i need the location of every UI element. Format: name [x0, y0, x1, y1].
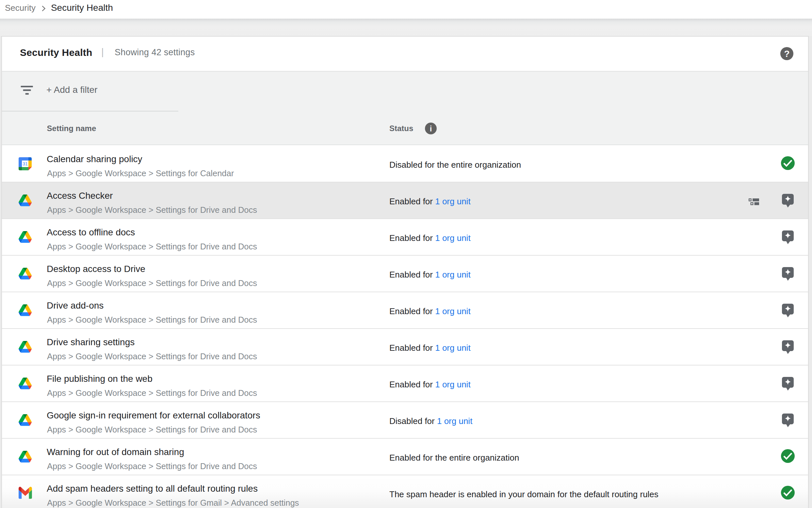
svg-text:31: 31	[23, 161, 28, 166]
